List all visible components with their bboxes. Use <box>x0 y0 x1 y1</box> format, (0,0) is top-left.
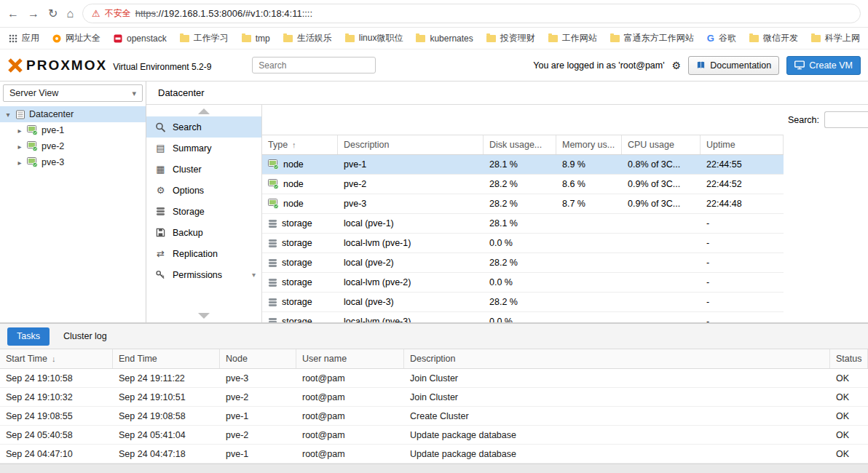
url-text: https://192.168.1.53:8006/#v1:0:18:4:11:… <box>135 8 312 19</box>
menu-item-backup[interactable]: Backup <box>146 222 261 243</box>
bookmark-openstack[interactable]: openstack <box>114 33 167 44</box>
bookmark-label: openstack <box>127 33 167 44</box>
bookmark-folder[interactable]: linux微职位 <box>345 32 403 44</box>
column-header-description[interactable]: Description <box>338 135 484 154</box>
bottom-scrollbar-strip[interactable] <box>0 464 868 473</box>
bookmark-folder[interactable]: kubernates <box>416 33 473 44</box>
menu-item-summary[interactable]: ▤ Summary <box>146 138 261 159</box>
header-right: You are logged in as 'root@pam' ⚙ Docume… <box>533 56 861 75</box>
table-search-input[interactable] <box>824 111 868 128</box>
cell-user-name: root@pam <box>296 426 404 444</box>
bookmark-folder[interactable]: 富通东方工作网站 <box>610 32 694 44</box>
resource-table: Type↑ Description Disk usage... Memory u… <box>262 135 784 322</box>
menu-item-permissions[interactable]: Permissions ▾ <box>146 264 261 285</box>
expander-icon[interactable]: ▸ <box>16 127 23 135</box>
bookmark-label: 生活娱乐 <box>297 32 332 44</box>
expander-icon[interactable]: ▸ <box>16 159 23 167</box>
address-bar[interactable]: ⚠ 不安全 https://192.168.1.53:8006/#v1:0:18… <box>82 4 861 23</box>
column-header-user-name[interactable]: User name <box>296 349 404 368</box>
table-row[interactable]: node pve-1 28.1 % 8.9 % 0.8% of 3C... 22… <box>262 155 784 175</box>
cell-uptime: - <box>701 214 784 233</box>
view-selector-dropdown[interactable]: Server View ▾ <box>3 84 143 102</box>
cell-description: Update package database <box>404 426 830 444</box>
chevron-down-icon[interactable]: ▾ <box>252 271 256 279</box>
backup-floppy-icon <box>155 228 166 237</box>
bookmark-folder[interactable]: tmp <box>242 33 270 44</box>
cell-disk: 28.1 % <box>484 214 556 233</box>
sort-down-icon: ↓ <box>52 354 56 363</box>
bookmark-folder[interactable]: 科学上网 <box>811 32 860 44</box>
replication-arrows-icon: ⇄ <box>155 248 166 259</box>
cell-start-time: Sep 24 19:08:55 <box>0 407 113 425</box>
cell-start-time: Sep 24 19:10:32 <box>0 388 113 406</box>
bookmark-folder[interactable]: 工作网站 <box>548 32 597 44</box>
column-header-description[interactable]: Description <box>404 349 830 368</box>
create-vm-button[interactable]: Create VM <box>786 56 861 75</box>
table-row[interactable]: storage local (pve-2) 28.2 % - <box>262 253 784 273</box>
header-search-input[interactable] <box>252 57 376 73</box>
bookmark-site[interactable]: 网址大全 <box>52 32 100 44</box>
expander-icon[interactable]: ▾ <box>4 111 12 119</box>
scroll-down-indicator[interactable] <box>198 313 210 319</box>
chevron-down-icon: ▾ <box>132 89 136 98</box>
column-header-memory[interactable]: Memory us... <box>556 135 622 154</box>
tree-item-pve-2[interactable]: ▸ pve-2 <box>0 138 146 154</box>
bookmark-folder[interactable]: 投资理财 <box>486 32 535 44</box>
tab-tasks[interactable]: Tasks <box>7 327 50 346</box>
expander-icon[interactable]: ▸ <box>16 143 23 151</box>
column-header-end-time[interactable]: End Time <box>113 349 220 368</box>
cell-end-time: Sep 24 19:10:51 <box>113 388 220 406</box>
cell-uptime: 22:44:48 <box>701 194 784 213</box>
bookmark-label: 谷歌 <box>719 32 736 44</box>
reload-icon[interactable]: ↻ <box>48 8 58 20</box>
bookmark-folder[interactable]: 微信开发 <box>749 32 798 44</box>
table-row[interactable]: storage local-lvm (pve-3) 0.0 % - <box>262 312 784 322</box>
cell-end-time: Sep 24 19:11:22 <box>113 369 220 387</box>
tree-item-pve-3[interactable]: ▸ pve-3 <box>0 154 146 170</box>
menu-item-search[interactable]: Search <box>146 116 261 138</box>
create-vm-label: Create VM <box>809 60 853 71</box>
cell-disk: 28.2 % <box>484 194 556 213</box>
column-header-uptime[interactable]: Uptime <box>701 135 784 154</box>
scroll-up-indicator[interactable] <box>198 108 210 114</box>
task-row[interactable]: Sep 24 05:40:58 Sep 24 05:41:04 pve-2 ro… <box>0 426 868 445</box>
column-header-start-time[interactable]: Start Time↓ <box>0 349 113 368</box>
task-row[interactable]: Sep 24 04:47:10 Sep 24 04:47:18 pve-1 ro… <box>0 445 868 464</box>
storage-icon <box>268 239 277 248</box>
column-header-cpu[interactable]: CPU usage <box>622 135 701 154</box>
table-row[interactable]: storage local-lvm (pve-1) 0.0 % - <box>262 234 784 253</box>
table-row[interactable]: node pve-3 28.2 % 8.7 % 0.9% of 3C... 22… <box>262 194 784 214</box>
task-row[interactable]: Sep 24 19:10:32 Sep 24 19:10:51 pve-2 ro… <box>0 388 868 407</box>
table-row[interactable]: node pve-2 28.2 % 8.6 % 0.9% of 3C... 22… <box>262 175 784 194</box>
column-header-disk[interactable]: Disk usage... <box>484 135 556 154</box>
documentation-button[interactable]: Documentation <box>688 56 779 75</box>
menu-item-replication[interactable]: ⇄ Replication <box>146 243 261 264</box>
column-header-status[interactable]: Status <box>830 349 868 368</box>
back-icon[interactable]: ← <box>7 8 19 20</box>
bookmark-folder[interactable]: 生活娱乐 <box>283 32 332 44</box>
tab-cluster-log[interactable]: Cluster log <box>54 327 117 346</box>
tree-item-datacenter[interactable]: ▾ Datacenter <box>0 106 146 122</box>
forward-icon[interactable]: → <box>28 8 39 20</box>
menu-item-cluster[interactable]: ▦ Cluster <box>146 159 261 180</box>
tree-item-pve-1[interactable]: ▸ pve-1 <box>0 122 146 138</box>
task-row[interactable]: Sep 24 19:10:58 Sep 24 19:11:22 pve-3 ro… <box>0 369 868 388</box>
bookmark-apps[interactable]: 应用 <box>9 32 39 44</box>
home-icon[interactable]: ⌂ <box>66 8 74 20</box>
column-header-type[interactable]: Type↑ <box>262 135 338 154</box>
cell-type: storage <box>282 277 312 287</box>
user-settings-gear-icon[interactable]: ⚙ <box>672 60 682 71</box>
column-header-node[interactable]: Node <box>220 349 296 368</box>
cell-memory <box>556 312 622 322</box>
table-row[interactable]: storage local-lvm (pve-2) 0.0 % - <box>262 273 784 293</box>
bookmark-label: 网址大全 <box>66 32 100 44</box>
menu-item-storage[interactable]: Storage <box>146 201 261 222</box>
bookmark-google[interactable]: G谷歌 <box>707 32 736 44</box>
task-row[interactable]: Sep 24 19:08:55 Sep 24 19:08:58 pve-1 ro… <box>0 407 868 426</box>
table-row[interactable]: storage local (pve-1) 28.1 % - <box>262 214 784 234</box>
menu-item-options[interactable]: ⚙ Options <box>146 180 261 201</box>
bookmark-folder[interactable]: 工作学习 <box>180 32 229 44</box>
cell-memory <box>556 273 622 292</box>
security-warning-icon[interactable]: ⚠ <box>92 9 100 18</box>
table-row[interactable]: storage local (pve-3) 28.2 % - <box>262 293 784 312</box>
